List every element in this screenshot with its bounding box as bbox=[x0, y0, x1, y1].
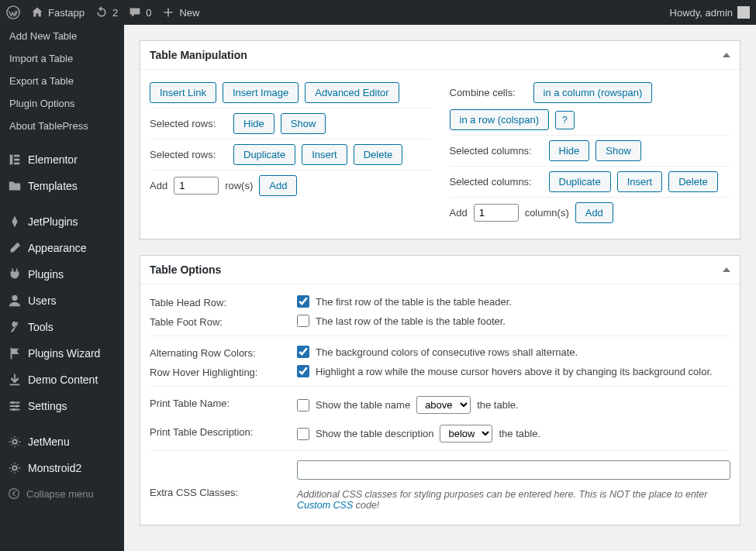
svg-rect-3 bbox=[14, 159, 19, 161]
extra-css-input[interactable] bbox=[297, 460, 730, 480]
delete-cols-button[interactable]: Delete bbox=[668, 171, 718, 192]
add-rows-input[interactable] bbox=[174, 177, 219, 195]
wp-logo[interactable] bbox=[6, 5, 20, 19]
admin-sidebar: Add New Table Import a Table Export a Ta… bbox=[0, 25, 124, 551]
sidebar-jetmenu[interactable]: JetMenu bbox=[0, 429, 124, 455]
user-icon bbox=[8, 294, 22, 308]
print-desc-post: the table. bbox=[499, 428, 540, 439]
plug-icon bbox=[8, 267, 22, 281]
extra-css-label: Extra CSS Classes: bbox=[150, 473, 297, 498]
advanced-editor-button[interactable]: Advanced Editor bbox=[305, 82, 399, 103]
print-name-checkbox[interactable] bbox=[297, 399, 309, 412]
insert-image-button[interactable]: Insert Image bbox=[223, 82, 299, 103]
sidebar-plugins-wizard[interactable]: Plugins Wizard bbox=[0, 340, 124, 367]
sidebar-sub-import[interactable]: Import a Table bbox=[0, 47, 124, 70]
foot-row-text: The last row of the table is the table f… bbox=[316, 315, 506, 327]
print-name-select[interactable]: above bbox=[416, 396, 471, 414]
collapse-menu[interactable]: Collapse menu bbox=[0, 481, 124, 506]
sidebar-tools[interactable]: Tools bbox=[0, 314, 124, 340]
head-row-label: Table Head Row: bbox=[150, 295, 297, 308]
sidebar-settings[interactable]: Settings bbox=[0, 393, 124, 419]
print-desc-select[interactable]: below bbox=[440, 425, 492, 443]
folder-icon bbox=[8, 179, 22, 193]
add-cols-suffix: column(s) bbox=[525, 207, 569, 219]
extra-css-help: Additional CSS classes for styling purpo… bbox=[297, 489, 730, 511]
table-options-title: Table Options bbox=[150, 263, 221, 276]
selected-cols-label-2: Selected columns: bbox=[450, 176, 543, 188]
print-desc-pre: Show the table description bbox=[316, 428, 433, 439]
head-row-checkbox[interactable] bbox=[297, 295, 309, 308]
selected-cols-label: Selected columns: bbox=[450, 145, 543, 157]
sidebar-sub-export[interactable]: Export a Table bbox=[0, 70, 124, 92]
sidebar-users[interactable]: Users bbox=[0, 288, 124, 314]
hover-checkbox[interactable] bbox=[297, 365, 309, 377]
collapse-toggle[interactable] bbox=[723, 267, 730, 272]
table-manipulation-title: Table Manipulation bbox=[150, 49, 247, 61]
sliders-icon bbox=[8, 399, 22, 413]
add-cols-button[interactable]: Add bbox=[575, 202, 613, 223]
brush-icon bbox=[8, 241, 22, 255]
new-label: New bbox=[179, 7, 199, 19]
svg-point-8 bbox=[12, 408, 16, 412]
show-rows-button[interactable]: Show bbox=[281, 113, 326, 134]
add-rows-button[interactable]: Add bbox=[259, 175, 297, 196]
sidebar-templates[interactable]: Templates bbox=[0, 173, 124, 199]
svg-rect-4 bbox=[14, 163, 19, 165]
rowspan-button[interactable]: in a column (rowspan) bbox=[533, 82, 653, 103]
foot-row-checkbox[interactable] bbox=[297, 315, 309, 327]
custom-css-link[interactable]: Custom CSS bbox=[297, 500, 353, 511]
alt-colors-checkbox[interactable] bbox=[297, 346, 309, 358]
admin-bar: Fastapp 2 0 New Howdy, admin bbox=[0, 0, 756, 25]
duplicate-cols-button[interactable]: Duplicate bbox=[549, 171, 611, 192]
head-row-text: The first row of the table is the table … bbox=[316, 296, 512, 308]
howdy-text: Howdy, admin bbox=[670, 7, 733, 19]
insert-cols-button[interactable]: Insert bbox=[617, 171, 663, 192]
collapse-label: Collapse menu bbox=[26, 488, 94, 500]
sidebar-jetplugins[interactable]: JetPlugins bbox=[0, 208, 124, 235]
insert-link-button[interactable]: Insert Link bbox=[150, 82, 216, 103]
flag-icon bbox=[8, 346, 22, 360]
sidebar-sub-about[interactable]: About TablePress bbox=[0, 115, 124, 137]
sidebar-appearance[interactable]: Appearance bbox=[0, 235, 124, 261]
sidebar-label: Demo Content bbox=[28, 374, 98, 386]
show-cols-button[interactable]: Show bbox=[595, 140, 641, 161]
svg-point-0 bbox=[7, 6, 19, 19]
duplicate-rows-button[interactable]: Duplicate bbox=[233, 144, 295, 165]
sidebar-sub-add-new[interactable]: Add New Table bbox=[0, 25, 124, 47]
table-options-header: Table Options bbox=[140, 256, 740, 284]
delete-rows-button[interactable]: Delete bbox=[354, 144, 403, 165]
selected-rows-label: Selected rows: bbox=[150, 118, 227, 129]
collapse-icon bbox=[8, 487, 20, 500]
download-icon bbox=[8, 373, 22, 387]
print-name-label: Print Table Name: bbox=[150, 396, 297, 409]
comments-link[interactable]: 0 bbox=[129, 6, 151, 19]
sidebar-elementor[interactable]: Elementor bbox=[0, 146, 124, 173]
new-link[interactable]: New bbox=[162, 6, 199, 19]
table-options-box: Table Options Table Head Row: The first … bbox=[140, 255, 740, 525]
svg-point-10 bbox=[12, 466, 16, 470]
elementor-icon bbox=[8, 153, 22, 167]
hover-text: Highlight a row while the mouse cursor h… bbox=[316, 366, 713, 377]
print-desc-checkbox[interactable] bbox=[297, 428, 309, 440]
print-name-pre: Show the table name bbox=[316, 399, 410, 411]
sidebar-label: Monstroid2 bbox=[28, 462, 81, 474]
sidebar-monstroid2[interactable]: Monstroid2 bbox=[0, 455, 124, 481]
table-manipulation-header: Table Manipulation bbox=[140, 41, 740, 70]
combine-help-button[interactable]: ? bbox=[555, 111, 575, 129]
updates-link[interactable]: 2 bbox=[95, 6, 118, 19]
colspan-button[interactable]: in a row (colspan) bbox=[450, 109, 550, 130]
sidebar-sub-options[interactable]: Plugin Options bbox=[0, 92, 124, 115]
insert-rows-button[interactable]: Insert bbox=[302, 144, 347, 165]
add-cols-input[interactable] bbox=[474, 204, 519, 222]
site-name-link[interactable]: Fastapp bbox=[31, 6, 85, 19]
wrench-icon bbox=[8, 320, 22, 334]
sidebar-plugins[interactable]: Plugins bbox=[0, 261, 124, 288]
alt-colors-label: Alternating Row Colors: bbox=[150, 346, 297, 359]
howdy-link[interactable]: Howdy, admin bbox=[670, 6, 750, 19]
collapse-toggle[interactable] bbox=[723, 53, 730, 57]
hide-rows-button[interactable]: Hide bbox=[233, 113, 274, 134]
sidebar-label: Plugins bbox=[28, 268, 64, 281]
alt-colors-text: The background colors of consecutive row… bbox=[316, 346, 578, 358]
hide-cols-button[interactable]: Hide bbox=[549, 140, 590, 161]
sidebar-demo-content[interactable]: Demo Content bbox=[0, 367, 124, 393]
